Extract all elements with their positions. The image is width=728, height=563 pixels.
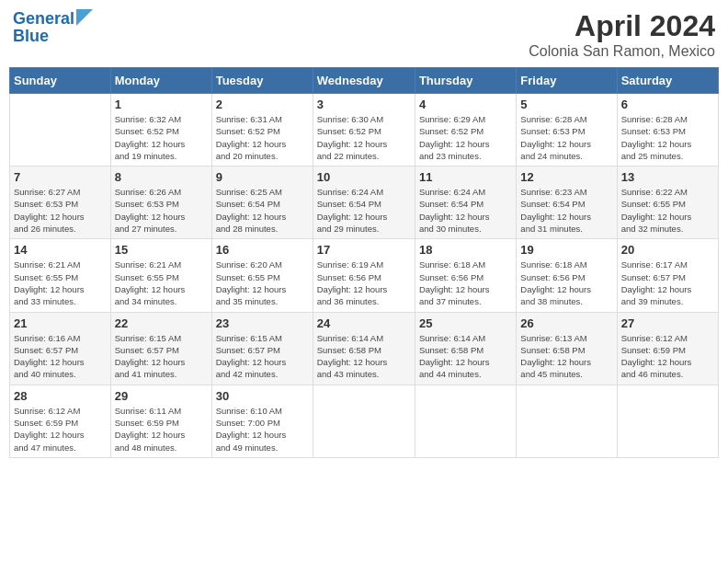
weekday-header-thursday: Thursday — [415, 68, 516, 94]
weekday-header-tuesday: Tuesday — [211, 68, 313, 94]
calendar-cell: 2Sunrise: 6:31 AM Sunset: 6:52 PM Daylig… — [211, 94, 313, 167]
day-number: 27 — [621, 316, 714, 330]
calendar-cell: 7Sunrise: 6:27 AM Sunset: 6:53 PM Daylig… — [10, 167, 111, 239]
calendar-cell: 24Sunrise: 6:14 AM Sunset: 6:58 PM Dayli… — [313, 312, 415, 385]
calendar-cell: 8Sunrise: 6:26 AM Sunset: 6:53 PM Daylig… — [110, 167, 211, 239]
day-info: Sunrise: 6:24 AM Sunset: 6:54 PM Dayligh… — [317, 186, 411, 235]
weekday-header-row: SundayMondayTuesdayWednesdayThursdayFrid… — [10, 68, 719, 94]
calendar-cell — [415, 385, 516, 457]
day-info: Sunrise: 6:24 AM Sunset: 6:54 PM Dayligh… — [419, 186, 512, 235]
day-info: Sunrise: 6:11 AM Sunset: 6:59 PM Dayligh… — [115, 405, 208, 454]
calendar-cell — [517, 385, 617, 457]
day-number: 18 — [419, 243, 512, 257]
calendar-cell: 12Sunrise: 6:23 AM Sunset: 6:54 PM Dayli… — [517, 167, 617, 239]
day-info: Sunrise: 6:25 AM Sunset: 6:54 PM Dayligh… — [216, 186, 309, 235]
calendar-cell — [10, 94, 111, 167]
calendar-cell: 4Sunrise: 6:29 AM Sunset: 6:52 PM Daylig… — [415, 94, 516, 167]
calendar-cell: 26Sunrise: 6:13 AM Sunset: 6:58 PM Dayli… — [517, 312, 617, 385]
calendar-cell: 18Sunrise: 6:18 AM Sunset: 6:56 PM Dayli… — [415, 239, 516, 312]
day-info: Sunrise: 6:14 AM Sunset: 6:58 PM Dayligh… — [317, 332, 411, 381]
day-number: 15 — [115, 243, 208, 257]
calendar-cell: 25Sunrise: 6:14 AM Sunset: 6:58 PM Dayli… — [415, 312, 516, 385]
day-info: Sunrise: 6:31 AM Sunset: 6:52 PM Dayligh… — [216, 113, 309, 162]
calendar-cell: 1Sunrise: 6:32 AM Sunset: 6:52 PM Daylig… — [110, 94, 211, 167]
day-number: 26 — [520, 316, 612, 330]
calendar-cell: 23Sunrise: 6:15 AM Sunset: 6:57 PM Dayli… — [211, 312, 313, 385]
calendar-cell: 15Sunrise: 6:21 AM Sunset: 6:55 PM Dayli… — [110, 239, 211, 312]
day-number: 11 — [419, 170, 512, 184]
day-info: Sunrise: 6:15 AM Sunset: 6:57 PM Dayligh… — [216, 332, 309, 381]
day-info: Sunrise: 6:32 AM Sunset: 6:52 PM Dayligh… — [115, 113, 208, 162]
page-header: General Blue April 2024 Colonia San Ramo… — [9, 9, 719, 60]
day-info: Sunrise: 6:19 AM Sunset: 6:56 PM Dayligh… — [317, 259, 411, 307]
logo-arrow-icon — [76, 9, 93, 26]
calendar-cell: 10Sunrise: 6:24 AM Sunset: 6:54 PM Dayli… — [313, 167, 415, 239]
day-number: 21 — [14, 316, 107, 330]
day-number: 30 — [216, 389, 309, 403]
day-info: Sunrise: 6:20 AM Sunset: 6:55 PM Dayligh… — [216, 259, 309, 307]
calendar-cell: 13Sunrise: 6:22 AM Sunset: 6:55 PM Dayli… — [617, 167, 718, 239]
day-number: 16 — [216, 243, 309, 257]
calendar-week-4: 21Sunrise: 6:16 AM Sunset: 6:57 PM Dayli… — [10, 312, 719, 385]
location: Colonia San Ramon, Mexico — [529, 43, 715, 60]
calendar-cell — [313, 385, 415, 457]
calendar-week-3: 14Sunrise: 6:21 AM Sunset: 6:55 PM Dayli… — [10, 239, 719, 312]
calendar-table: SundayMondayTuesdayWednesdayThursdayFrid… — [9, 67, 719, 458]
logo-text: General — [13, 9, 74, 29]
weekday-header-friday: Friday — [517, 68, 617, 94]
day-number: 4 — [419, 98, 512, 111]
calendar-cell: 28Sunrise: 6:12 AM Sunset: 6:59 PM Dayli… — [10, 385, 111, 457]
logo-general: General — [13, 9, 74, 28]
calendar-cell: 22Sunrise: 6:15 AM Sunset: 6:57 PM Dayli… — [110, 312, 211, 385]
day-number: 8 — [115, 170, 208, 184]
day-number: 2 — [216, 98, 309, 111]
calendar-cell: 16Sunrise: 6:20 AM Sunset: 6:55 PM Dayli… — [211, 239, 313, 312]
month-title: April 2024 — [529, 9, 715, 43]
calendar-week-5: 28Sunrise: 6:12 AM Sunset: 6:59 PM Dayli… — [10, 385, 719, 457]
title-block: April 2024 Colonia San Ramon, Mexico — [529, 9, 715, 60]
calendar-cell: 21Sunrise: 6:16 AM Sunset: 6:57 PM Dayli… — [10, 312, 111, 385]
calendar-cell: 11Sunrise: 6:24 AM Sunset: 6:54 PM Dayli… — [415, 167, 516, 239]
day-info: Sunrise: 6:17 AM Sunset: 6:57 PM Dayligh… — [621, 259, 714, 307]
day-info: Sunrise: 6:10 AM Sunset: 7:00 PM Dayligh… — [216, 405, 309, 454]
day-number: 7 — [14, 170, 107, 184]
day-info: Sunrise: 6:16 AM Sunset: 6:57 PM Dayligh… — [14, 332, 107, 381]
calendar-week-1: 1Sunrise: 6:32 AM Sunset: 6:52 PM Daylig… — [10, 94, 719, 167]
day-info: Sunrise: 6:28 AM Sunset: 6:53 PM Dayligh… — [621, 113, 714, 162]
day-number: 3 — [317, 98, 411, 111]
day-info: Sunrise: 6:12 AM Sunset: 6:59 PM Dayligh… — [621, 332, 714, 381]
day-info: Sunrise: 6:30 AM Sunset: 6:52 PM Dayligh… — [317, 113, 411, 162]
calendar-cell: 27Sunrise: 6:12 AM Sunset: 6:59 PM Dayli… — [617, 312, 718, 385]
day-info: Sunrise: 6:13 AM Sunset: 6:58 PM Dayligh… — [520, 332, 612, 381]
day-info: Sunrise: 6:28 AM Sunset: 6:53 PM Dayligh… — [520, 113, 612, 162]
day-number: 14 — [14, 243, 107, 257]
weekday-header-sunday: Sunday — [10, 68, 111, 94]
calendar-cell: 19Sunrise: 6:18 AM Sunset: 6:56 PM Dayli… — [517, 239, 617, 312]
day-number: 10 — [317, 170, 411, 184]
calendar-cell: 20Sunrise: 6:17 AM Sunset: 6:57 PM Dayli… — [617, 239, 718, 312]
logo: General Blue — [13, 9, 96, 46]
day-number: 25 — [419, 316, 512, 330]
day-number: 17 — [317, 243, 411, 257]
day-info: Sunrise: 6:23 AM Sunset: 6:54 PM Dayligh… — [520, 186, 612, 235]
day-info: Sunrise: 6:18 AM Sunset: 6:56 PM Dayligh… — [419, 259, 512, 307]
calendar-cell: 3Sunrise: 6:30 AM Sunset: 6:52 PM Daylig… — [313, 94, 415, 167]
day-info: Sunrise: 6:14 AM Sunset: 6:58 PM Dayligh… — [419, 332, 512, 381]
svg-marker-0 — [76, 9, 93, 26]
calendar-cell: 17Sunrise: 6:19 AM Sunset: 6:56 PM Dayli… — [313, 239, 415, 312]
day-number: 24 — [317, 316, 411, 330]
logo-blue-text: Blue — [13, 27, 96, 46]
weekday-header-monday: Monday — [110, 68, 211, 94]
calendar-cell: 5Sunrise: 6:28 AM Sunset: 6:53 PM Daylig… — [517, 94, 617, 167]
day-number: 28 — [14, 389, 107, 403]
day-number: 22 — [115, 316, 208, 330]
day-info: Sunrise: 6:21 AM Sunset: 6:55 PM Dayligh… — [14, 259, 107, 307]
weekday-header-wednesday: Wednesday — [313, 68, 415, 94]
day-info: Sunrise: 6:27 AM Sunset: 6:53 PM Dayligh… — [14, 186, 107, 235]
day-number: 12 — [520, 170, 612, 184]
day-info: Sunrise: 6:29 AM Sunset: 6:52 PM Dayligh… — [419, 113, 512, 162]
day-number: 9 — [216, 170, 309, 184]
day-info: Sunrise: 6:15 AM Sunset: 6:57 PM Dayligh… — [115, 332, 208, 381]
day-number: 19 — [520, 243, 612, 257]
calendar-cell — [617, 385, 718, 457]
